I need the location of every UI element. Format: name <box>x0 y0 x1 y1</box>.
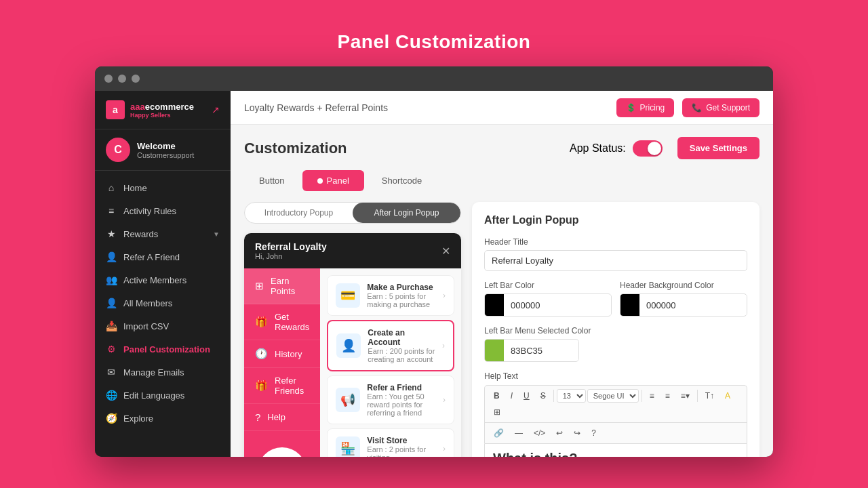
rich-text-content[interactable]: What is this? This is our way of showing… <box>484 443 747 457</box>
make-purchase-desc: Earn : 5 points for making a purchase <box>367 292 436 308</box>
panel-body: Introductory Popup After Login Popup <box>244 202 760 457</box>
earn-item-make-purchase[interactable]: 💳 Make a Purchase Earn : 5 points for ma… <box>327 275 454 316</box>
browser-dot-3 <box>132 75 140 83</box>
left-bar-selected-group: Left Bar Menu Selected Color <box>484 326 747 362</box>
left-bar-color-swatch <box>485 294 504 316</box>
rich-text-list-unordered[interactable]: ≡ <box>645 388 659 403</box>
sidebar-item-explore[interactable]: 🧭 Explore <box>95 407 231 430</box>
app-status-label: App Status: <box>570 142 626 155</box>
widget-points-area: 202 Points <box>244 431 320 457</box>
sidebar-item-panel-customization[interactable]: ⚙ Panel Customization <box>95 338 231 361</box>
refer-friend-earn-icon: 📢 <box>336 388 360 412</box>
nav-label-activity-rules: Activity Rules <box>123 206 176 216</box>
left-bar-selected-input[interactable] <box>504 341 578 361</box>
widget-menu-get-rewards[interactable]: 🎁 Get Rewards <box>244 304 320 340</box>
rich-text-list-ordered[interactable]: ≡ <box>660 388 675 403</box>
sidebar-item-rewards[interactable]: ★ Rewards ▼ <box>95 222 231 245</box>
header-bg-color-input[interactable] <box>639 296 747 315</box>
tab-panel-label: Panel <box>327 176 349 186</box>
nav-label-manage-emails: Manage Emails <box>123 367 184 378</box>
nav-label-home: Home <box>123 183 147 193</box>
browser-bar <box>95 66 773 91</box>
content-title: Customization <box>244 140 570 157</box>
left-bar-color-group: Left Bar Color <box>484 281 612 317</box>
sidebar-item-refer-friend[interactable]: 👤 Refer A Friend <box>95 245 231 268</box>
welcome-text: Welcome <box>137 141 194 151</box>
sidebar-item-active-members[interactable]: 👥 Active Members <box>95 268 231 291</box>
nav-label-refer-friend: Refer A Friend <box>123 252 180 262</box>
pricing-button[interactable]: 💲 Pricing <box>616 98 675 117</box>
toolbar-divider-2 <box>642 390 642 402</box>
rich-text-italic[interactable]: I <box>506 388 517 403</box>
app-status-toggle[interactable] <box>633 140 663 157</box>
tab-button[interactable]: Button <box>244 170 300 191</box>
widget-close-icon[interactable]: ✕ <box>441 245 450 258</box>
rich-text-undo[interactable]: ↩ <box>551 426 568 441</box>
earn-item-create-account[interactable]: 👤 Create an Account Earn : 200 points fo… <box>327 320 454 371</box>
earn-points-menu-icon: ⊞ <box>255 280 264 292</box>
widget-menu-refer-friends[interactable]: 🎁 Refer Friends <box>244 368 320 404</box>
introductory-popup-label: Introductory Popup <box>264 208 333 218</box>
header-title-label: Header Title <box>484 237 747 247</box>
header-title-input[interactable] <box>484 250 747 271</box>
font-family-select[interactable]: Segoe UI <box>587 389 639 403</box>
sidebar-item-home[interactable]: ⌂ Home <box>95 176 231 199</box>
main-tabs: Button Panel Shortcode <box>244 170 760 191</box>
sidebar-item-manage-emails[interactable]: ✉ Manage Emails <box>95 361 231 384</box>
nav-label-edit-languages: Edit Languages <box>123 390 184 401</box>
tab-panel[interactable]: Panel <box>302 170 364 191</box>
popup-tab-introductory[interactable]: Introductory Popup <box>245 203 353 223</box>
browser-dot-2 <box>118 75 126 83</box>
earn-item-visit-store[interactable]: 🏪 Visit Store Earn : 2 points for visiti… <box>327 428 454 457</box>
get-support-button[interactable]: 📞 Get Support <box>682 98 760 117</box>
sidebar-item-edit-languages[interactable]: 🌐 Edit Languages <box>95 384 231 407</box>
rich-text-redo[interactable]: ↪ <box>569 426 585 441</box>
all-members-icon: 👤 <box>106 298 117 308</box>
popup-tab-after-login[interactable]: After Login Popup <box>353 203 460 223</box>
activity-rules-icon: ≡ <box>106 205 117 216</box>
font-size-select[interactable]: 13 <box>557 389 586 403</box>
rich-text-indent[interactable]: T↑ <box>701 388 719 403</box>
make-purchase-title: Make a Purchase <box>367 283 436 292</box>
rich-text-title: What is this? <box>493 451 738 457</box>
nav-label-active-members: Active Members <box>123 275 186 285</box>
refer-friend-earn-desc: Earn : You get 50 reward points for refe… <box>367 392 436 417</box>
rich-text-strikethrough[interactable]: S <box>536 388 551 403</box>
rich-text-underline[interactable]: U <box>519 388 534 403</box>
rich-text-source[interactable]: </> <box>529 426 550 441</box>
rich-text-align[interactable]: ≡▾ <box>676 388 694 403</box>
sidebar: a aaaecommerce Happy Sellers ↗ C Welcome… <box>95 91 231 457</box>
left-bar-color-input[interactable] <box>504 296 611 315</box>
sidebar-item-activity-rules[interactable]: ≡ Activity Rules <box>95 199 231 222</box>
help-menu-icon: ? <box>255 411 260 423</box>
rewards-icon: ★ <box>106 228 117 239</box>
widget-menu-earn-points[interactable]: ⊞ Earn Points <box>244 268 320 304</box>
rich-text-hr[interactable]: — <box>510 426 528 441</box>
rich-text-table[interactable]: ⊞ <box>489 405 505 420</box>
header-bg-color-input-wrapper <box>620 293 747 317</box>
app-container: a aaaecommerce Happy Sellers ↗ C Welcome… <box>95 91 773 457</box>
widget-menu-history[interactable]: 🕐 History <box>244 340 320 368</box>
widget-header-sub: Hi, John <box>255 252 327 260</box>
topbar-title: Loyalty Rewards + Referral Points <box>244 102 608 113</box>
earn-item-refer-friend[interactable]: 📢 Refer a Friend Earn : You get 50 rewar… <box>327 375 454 424</box>
rich-text-color[interactable]: A <box>720 388 735 403</box>
left-bar-selected-swatch <box>485 340 504 361</box>
tab-panel-dot <box>317 178 323 184</box>
pricing-label: Pricing <box>640 103 665 113</box>
widget-menu-help[interactable]: ? Help <box>244 404 320 431</box>
tab-shortcode-label: Shortcode <box>382 176 422 186</box>
rich-text-bold[interactable]: B <box>489 388 505 403</box>
support-label: Get Support <box>706 103 750 113</box>
help-text-section: Help Text B I U S 13 <box>484 371 747 457</box>
visit-store-icon: 🏪 <box>336 436 360 457</box>
save-settings-button[interactable]: Save Settings <box>677 137 760 159</box>
loyalty-widget: Referral Loyalty Hi, John ✕ <box>244 233 461 457</box>
panel-left: Introductory Popup After Login Popup <box>244 202 461 457</box>
sidebar-item-all-members[interactable]: 👤 All Members <box>95 291 231 314</box>
refer-friend-arrow-icon: › <box>443 395 446 405</box>
rich-text-help[interactable]: ? <box>587 426 601 441</box>
sidebar-item-import-csv[interactable]: 📥 Import CSV <box>95 314 231 338</box>
tab-shortcode[interactable]: Shortcode <box>367 170 437 191</box>
rich-text-link[interactable]: 🔗 <box>489 426 509 441</box>
